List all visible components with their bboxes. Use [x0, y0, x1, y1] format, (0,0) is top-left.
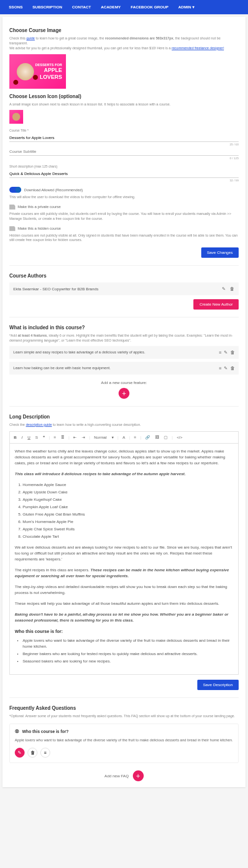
video-button[interactable]: ▢ [163, 435, 169, 440]
image-button[interactable]: 🖼 [154, 435, 160, 440]
nav-contact[interactable]: CONTACT [67, 5, 96, 9]
course-title-label: Course Title * [9, 129, 239, 132]
code-button[interactable]: </> [176, 435, 184, 440]
course-image-help: Check this guide to learn how to get a g… [9, 36, 239, 50]
lesson-icon-help: A small image icon shown next to each le… [9, 102, 239, 107]
question-icon: ⦿ [15, 729, 19, 734]
quote-button[interactable]: ❝ [42, 435, 46, 440]
nav-admin[interactable]: ADMIN ▾ [173, 5, 199, 9]
underline-button[interactable]: U [27, 435, 31, 440]
ol-button[interactable]: ≡ [53, 435, 57, 440]
guide-link[interactable]: guide [27, 36, 35, 40]
nav-academy[interactable]: ACADEMY [96, 5, 125, 9]
drag-icon[interactable]: ≡ [219, 350, 221, 355]
save-changes-button[interactable]: Save Changes [201, 247, 239, 258]
add-faq-label: Add new FAQ [104, 774, 128, 778]
create-author-button[interactable]: Create New Author [193, 299, 239, 310]
pie-graphic [17, 63, 34, 80]
italic-button[interactable]: I [21, 435, 24, 440]
subtitle-char-count: 0 / 125 [9, 157, 239, 160]
faq-answer: Apple lovers who want to take advantage … [15, 738, 233, 743]
private-label: Make this a private course [18, 205, 61, 209]
bold-button[interactable]: B [13, 435, 18, 440]
thumbnail-text: DESSERTS FOR APPLE LOVERS [35, 63, 62, 80]
add-feature-label: Add a new course feature: [9, 381, 239, 385]
long-desc-title: Long Description [9, 414, 239, 419]
outdent-button[interactable]: ⇤ [72, 435, 78, 440]
authors-title: Course Authors [9, 273, 239, 278]
link-button[interactable]: 🔗 [144, 435, 151, 440]
short-char-count: 32 / 99 [9, 179, 239, 182]
title-char-count: 25 / 60 [9, 143, 239, 146]
features-title: What is included in this course? [9, 325, 239, 330]
short-desc-label: Short description (max 125 chars) [9, 165, 239, 168]
add-faq-button[interactable]: + [133, 770, 144, 781]
course-image-title: Choose Course Image [9, 28, 239, 33]
ul-button[interactable]: ≣ [60, 435, 65, 440]
strike-button[interactable]: S [34, 435, 39, 440]
tag-icon[interactable] [9, 205, 15, 209]
short-desc-input[interactable] [9, 170, 239, 178]
features-help: *Add at least 4 features, ideally 6 or m… [9, 333, 239, 343]
author-row: Ekta Swarnkar - SEO Copywriter for B2B B… [9, 282, 239, 295]
font-button[interactable]: A [122, 435, 126, 440]
course-title-input[interactable] [9, 134, 239, 142]
faq-delete-button[interactable]: 🗑 [28, 748, 37, 758]
cherry-icon [13, 80, 18, 85]
edit-icon[interactable]: ✎ [224, 350, 228, 355]
hidden-label: Make this a hidden course [18, 226, 61, 231]
long-desc-help: Check the description guide to learn how… [9, 422, 239, 427]
editor-content[interactable]: When the weather turns chilly and the le… [9, 444, 239, 675]
course-subtitle-input[interactable] [9, 148, 239, 156]
align-button[interactable]: ≡ [133, 435, 137, 440]
lesson-icon-thumbnail[interactable] [9, 110, 23, 124]
download-label: Download Allowed (Recommended) [24, 188, 83, 192]
drag-icon[interactable]: ≡ [219, 366, 221, 371]
faq-title: Frequently Asked Questions [9, 705, 239, 711]
download-help: This will allow the user to download the… [9, 195, 239, 200]
delete-icon[interactable]: 🗑 [230, 366, 235, 371]
delete-icon[interactable]: 🗑 [230, 350, 235, 355]
chevron-down-icon[interactable]: ▾ [111, 435, 115, 440]
desc-guide-link[interactable]: description guide [26, 423, 52, 426]
lesson-icon-title: Choose Lesson Icon (optional) [9, 94, 239, 99]
download-toggle[interactable] [9, 187, 21, 193]
faq-item: ⦿ Who this course is for? Apple lovers w… [9, 724, 239, 764]
delete-icon[interactable]: 🗑 [230, 286, 235, 291]
indent-button[interactable]: ⇥ [81, 435, 86, 440]
nav-facebook[interactable]: FACEBOOK GROUP [125, 5, 173, 9]
nav-lessons[interactable]: SSONS [4, 5, 28, 9]
faq-help: *Optional: Answer some of your students … [9, 714, 239, 719]
private-help: Private courses are still publicly visib… [9, 211, 239, 221]
feature-row: Learn how baking can be done with basic … [9, 362, 239, 375]
edit-icon[interactable]: ✎ [224, 366, 228, 371]
save-description-button[interactable]: Save Description [197, 680, 239, 690]
nav-subscription[interactable]: SUBSCRIPTION [28, 5, 67, 9]
faq-question: Who this course is for? [22, 729, 68, 734]
feature-row: Learn simple and easy recipes to take ad… [9, 346, 239, 359]
author-name: Ekta Swarnkar - SEO Copywriter for B2B B… [13, 287, 98, 291]
edit-icon[interactable]: ✎ [222, 286, 227, 291]
hidden-help: Hidden courses are not publicly visible … [9, 233, 239, 243]
format-select[interactable]: Normal [93, 435, 108, 440]
faq-drag-button[interactable]: ≡ [40, 748, 50, 758]
course-thumbnail[interactable]: DESSERTS FOR APPLE LOVERS [9, 54, 66, 89]
add-feature-button[interactable]: + [119, 388, 129, 399]
navbar: SSONS SUBSCRIPTION CONTACT ACADEMY FACEB… [0, 0, 248, 14]
editor-toolbar: B I U S ❝ | ≡ ≣ | ⇤ ⇥ | Normal ▾ | A | ≡… [9, 431, 239, 444]
tag-icon[interactable] [9, 226, 15, 231]
designer-link[interactable]: recommended freelance designer! [172, 46, 224, 50]
faq-edit-button[interactable]: ✎ [15, 748, 25, 758]
